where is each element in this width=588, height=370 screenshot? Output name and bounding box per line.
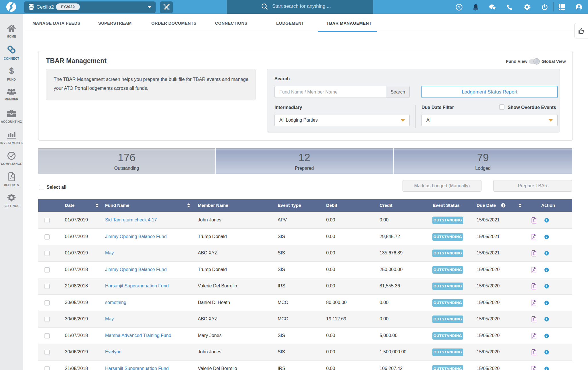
svg-text:?: ? xyxy=(458,5,461,9)
svg-text:$: $ xyxy=(9,66,14,75)
